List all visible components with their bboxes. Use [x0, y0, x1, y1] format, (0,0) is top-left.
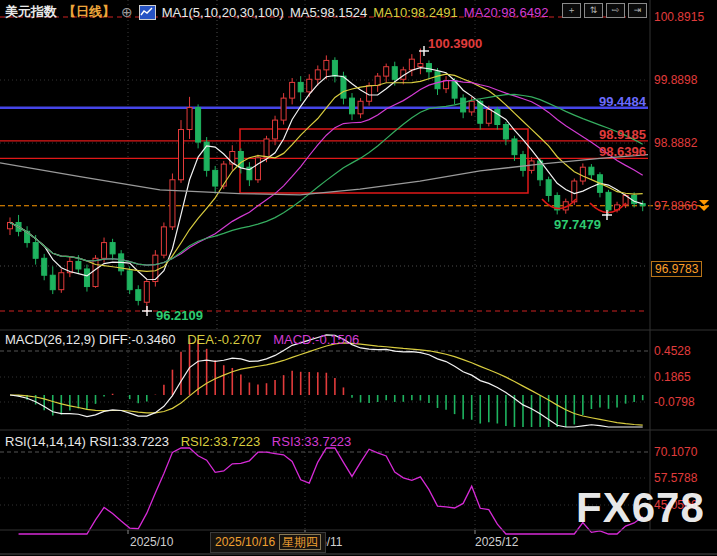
price-line-arrow-icon[interactable]	[699, 200, 709, 212]
low-marker-label: 96.2109	[156, 308, 203, 323]
macd-dea-value: DEA:-0.2707	[187, 332, 261, 347]
high-marker-label: 100.3900	[428, 36, 482, 51]
axis-tick-label: 57.5788	[654, 471, 697, 485]
symbol-title: 美元指数	[5, 3, 57, 21]
crosshair-price-readout: 96.9783	[651, 261, 702, 277]
auto-scroll-icon[interactable]: ⇨	[606, 3, 625, 18]
blue-level-label: 99.4484	[576, 94, 646, 109]
target-icon[interactable]: ⊕	[121, 4, 133, 20]
axis-tick-label: 100.8915	[654, 10, 704, 24]
rsi-title: RSI(14,14,14) RSI1:33.7223	[5, 434, 169, 449]
chart-app-window: 美元指数 【日线】 ⊕ MA1(5,10,20,30,100) MA5:98.1…	[0, 0, 717, 556]
ma5-value: MA5:98.1524	[290, 5, 367, 20]
time-axis[interactable]: 2025/10 2025/11 2025/12 2025/10/16星期四	[0, 531, 717, 556]
chart-header: 美元指数 【日线】 ⊕ MA1(5,10,20,30,100) MA5:98.1…	[5, 3, 554, 21]
ma10-value: MA10:98.2491	[373, 5, 458, 20]
ma20-value: MA20:98.6492	[464, 5, 549, 20]
mini-chart-icon[interactable]	[139, 5, 156, 20]
axis-tick-label: 98.8882	[654, 136, 697, 150]
time-label-oct: 2025/10	[130, 535, 173, 549]
fit-vertical-icon[interactable]: ⇅	[584, 3, 603, 18]
crosshair-date-readout: 2025/10/16星期四	[210, 532, 326, 553]
rsi2-value: RSI2:33.7223	[181, 434, 261, 449]
chart-toolbar: ＋ ⇅ ⇨ ⇥	[562, 3, 647, 18]
macd-header: MACD(26,12,9) DIFF:-0.3460 DEA:-0.2707 M…	[5, 332, 359, 347]
macd-value: MACD:-0.1506	[273, 332, 359, 347]
pan-icon[interactable]: ＋	[562, 3, 581, 18]
ma-settings-label: MA1(5,10,20,30,100)	[162, 5, 284, 20]
axis-tick-label: 0.4528	[654, 344, 691, 358]
axis-tick-label: 99.8898	[654, 73, 697, 87]
period-label: 【日线】	[63, 3, 115, 21]
go-latest-icon[interactable]: ⇥	[628, 3, 647, 18]
time-label-dec: 2025/12	[475, 535, 518, 549]
recent-low-marker-label: 97.7479	[554, 217, 601, 232]
rsi-header: RSI(14,14,14) RSI1:33.7223 RSI2:33.7223 …	[5, 434, 351, 449]
red-level1-label: 98.9185	[576, 127, 646, 142]
macd-title: MACD(26,12,9) DIFF:-0.3460	[5, 332, 176, 347]
red-level2-label: 98.6396	[576, 144, 646, 159]
axis-tick-label: 0.1865	[654, 370, 691, 384]
axis-tick-label: -0.0798	[654, 395, 695, 409]
fx678-watermark: FX678	[576, 484, 705, 532]
chart-canvas[interactable]	[0, 0, 717, 556]
rsi3-value: RSI3:33.7223	[272, 434, 352, 449]
axis-tick-label: 70.1070	[654, 445, 697, 459]
axis-tick-label: 97.8866	[654, 199, 697, 213]
